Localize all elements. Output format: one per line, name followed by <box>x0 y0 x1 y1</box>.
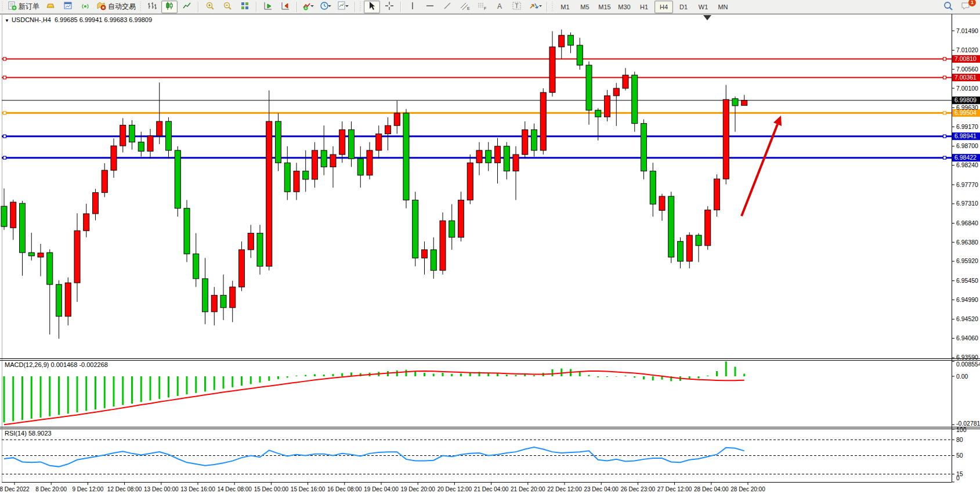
line-handle[interactable] <box>3 76 6 79</box>
candle-body <box>28 253 34 256</box>
price-tick-label: 6.96840 <box>956 220 978 226</box>
price-tick-label: 7.00100 <box>956 85 978 92</box>
timeframe-mn-button[interactable]: MN <box>714 1 732 13</box>
line-handle[interactable] <box>943 156 946 159</box>
price-tag-label: 6.98941 <box>954 132 977 139</box>
candle-body <box>623 75 628 88</box>
text-label-button[interactable]: T <box>509 1 525 13</box>
candle-body <box>193 254 199 279</box>
trend-arrow-annotation[interactable] <box>742 116 782 216</box>
timeframe-m5-button[interactable]: M5 <box>576 1 594 13</box>
tile-windows-button[interactable] <box>237 1 253 13</box>
line-handle[interactable] <box>943 135 946 138</box>
time-tick-label: 15 Dec 16:00 <box>291 486 326 492</box>
candle-body <box>531 130 537 150</box>
timeframe-m30-button[interactable]: M30 <box>615 1 634 13</box>
new-order-label: 新订单 <box>19 2 39 12</box>
search-button[interactable] <box>940 1 956 13</box>
candle-body <box>385 125 391 134</box>
zoom-in-button[interactable] <box>202 1 218 13</box>
time-tick-label: 12 Dec 08:00 <box>107 486 142 492</box>
candle-body <box>476 150 482 163</box>
candle-body <box>394 113 400 125</box>
price-tick-label: 6.97770 <box>956 181 978 188</box>
macd-scale-label: 0.008554 <box>956 361 980 368</box>
market-button[interactable] <box>42 1 59 13</box>
macd-panel[interactable] <box>4 361 954 425</box>
macd-scale-label: 0.00 <box>956 373 968 380</box>
chart-shift-marker[interactable] <box>703 15 711 20</box>
chart-canvas[interactable]: 7.014907.010207.005607.001006.996306.991… <box>0 14 980 500</box>
rsi-scale-label: 100 <box>956 426 967 433</box>
crosshair-button[interactable] <box>381 1 397 13</box>
horizontal-line-button[interactable] <box>422 1 438 13</box>
equidistant-channel-button[interactable]: E <box>457 1 473 13</box>
trendline-icon <box>443 1 452 12</box>
candlestick-mode-button[interactable] <box>161 1 178 13</box>
timeframe-d1-button[interactable]: D1 <box>674 1 693 13</box>
candle-body <box>74 231 80 283</box>
cursor-button[interactable] <box>364 1 380 13</box>
candle-body <box>312 150 318 179</box>
text-label-icon: T <box>512 1 522 12</box>
line-handle[interactable] <box>3 111 6 114</box>
symbol-dropdown-icon[interactable]: ▼ <box>5 18 9 23</box>
autotrade-button[interactable]: 自动交易 <box>95 1 138 13</box>
time-axis[interactable] <box>15 482 748 485</box>
time-tick-label: 13 Dec 16:00 <box>180 486 215 492</box>
vertical-line-icon <box>408 1 417 12</box>
periods-button[interactable] <box>318 1 334 13</box>
candle-body <box>632 75 638 123</box>
line-handle[interactable] <box>943 76 946 79</box>
candle-body <box>650 171 656 204</box>
rsi-panel[interactable] <box>2 429 954 482</box>
zoom-out-button[interactable] <box>219 1 236 13</box>
line-handle[interactable] <box>3 57 6 60</box>
timeframe-m15-button[interactable]: M15 <box>595 1 614 13</box>
candle-body <box>349 130 355 159</box>
candle-body <box>641 124 647 171</box>
line-handle[interactable] <box>3 156 6 159</box>
zoom-out-icon <box>223 1 232 12</box>
signals-button[interactable] <box>77 1 93 13</box>
candle-body <box>504 146 509 171</box>
macd-scale-label: -0.027813 <box>956 420 980 427</box>
arrows-button[interactable] <box>526 1 544 13</box>
vertical-line-button[interactable] <box>404 1 421 13</box>
candle-body <box>413 200 418 258</box>
new-chart-button[interactable] <box>60 1 76 13</box>
price-tick-label: 6.94060 <box>956 334 978 341</box>
timeframe-m1-button[interactable]: M1 <box>556 1 574 13</box>
new-order-button[interactable]: 新订单 <box>6 1 41 13</box>
chart-shift-button[interactable] <box>277 1 294 13</box>
indicators-button[interactable] <box>301 1 317 13</box>
candle-body <box>202 279 208 312</box>
fibonacci-button[interactable]: F <box>474 1 490 13</box>
line-chart-mode-button[interactable] <box>179 1 195 13</box>
templates-button[interactable] <box>335 1 352 13</box>
trendline-button[interactable] <box>439 1 455 13</box>
timeframe-h4-button[interactable]: H4 <box>654 1 673 13</box>
text-button[interactable]: A <box>491 1 508 13</box>
auto-scroll-button[interactable] <box>260 1 276 13</box>
auto-scroll-icon <box>263 1 273 12</box>
timeframe-w1-button[interactable]: W1 <box>694 1 713 13</box>
line-handle[interactable] <box>3 135 6 138</box>
bar-chart-mode-button[interactable] <box>144 1 160 13</box>
candle-body <box>10 202 16 228</box>
chart-window: ▼USDCNH-,H4 6.99685 6.99941 6.99683 6.99… <box>0 14 980 500</box>
rsi-scale-label: 80 <box>956 436 963 443</box>
line-handle[interactable] <box>943 57 946 60</box>
price-tick-label: 6.99170 <box>956 123 978 130</box>
new-chart-icon <box>63 1 73 12</box>
macd-label: MACD(12,26,9) 0.001468 -0.002268 <box>5 361 108 368</box>
line-handle[interactable] <box>943 111 946 114</box>
time-tick-label: 9 Dec 12:00 <box>72 486 103 492</box>
timeframe-h1-button[interactable]: H1 <box>635 1 653 13</box>
time-tick-label: 13 Dec 00:00 <box>144 486 179 492</box>
signals-icon <box>81 1 90 12</box>
time-tick-label: 28 Dec 20:00 <box>731 486 765 492</box>
candle-body <box>276 121 281 163</box>
time-tick-label: 8 Dec 2022 <box>0 486 30 492</box>
chat-button[interactable]: 1 <box>957 1 974 13</box>
